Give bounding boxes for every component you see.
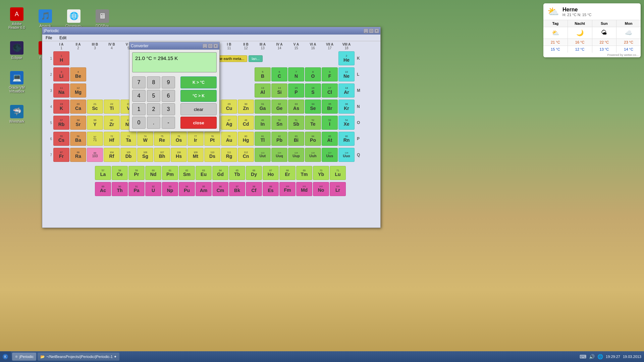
element-Uuh[interactable]: 116Uuh bbox=[305, 148, 321, 162]
taskbar-netbeans[interactable]: 📂 ~/NetBeansProjects/jPeriodic/jPeriodic… bbox=[38, 353, 119, 361]
element-F[interactable]: 9F bbox=[322, 67, 338, 81]
element-Ca[interactable]: 20Ca bbox=[70, 100, 86, 114]
element-Tl[interactable]: 81Tl bbox=[255, 132, 271, 146]
element-Ra[interactable]: 88Ra bbox=[70, 148, 86, 162]
element-Gd[interactable]: 64Gd bbox=[212, 166, 228, 180]
element-Yb[interactable]: 70Yb bbox=[313, 166, 329, 180]
element-Be[interactable]: 4Be bbox=[70, 67, 86, 81]
element-Na[interactable]: 11Na bbox=[53, 83, 69, 98]
element-N[interactable]: 7N bbox=[288, 67, 304, 81]
element-Fm[interactable]: 100Fm bbox=[279, 182, 296, 196]
element-Tb[interactable]: 65Tb bbox=[229, 166, 245, 180]
close-btn[interactable]: × bbox=[374, 28, 379, 33]
element-Uus[interactable]: 117Uus bbox=[322, 148, 338, 162]
taskbar-volume-icon[interactable]: 🔊 bbox=[589, 354, 595, 359]
element-Cu[interactable]: 29Cu bbox=[221, 100, 237, 114]
element-Os[interactable]: 76Os bbox=[171, 132, 187, 146]
element-Lu[interactable]: 71Lu bbox=[330, 166, 346, 180]
jperiodic-titlebar[interactable]: jPeriodic _ □ × bbox=[42, 27, 380, 35]
element-Eu[interactable]: 63Eu bbox=[196, 166, 212, 180]
maximize-btn[interactable]: □ bbox=[369, 28, 374, 33]
element-Sn[interactable]: 50Sn bbox=[271, 116, 287, 130]
btn-3[interactable]: 3 bbox=[162, 103, 175, 115]
element-W[interactable]: 74W bbox=[137, 132, 153, 146]
btn-1[interactable]: 1 bbox=[132, 103, 146, 115]
element-Ta[interactable]: 73Ta bbox=[120, 132, 137, 146]
element-Uuo[interactable]: 118Uuo bbox=[338, 148, 355, 162]
legend-lan[interactable]: lan... bbox=[249, 55, 263, 62]
element-H[interactable]: 1H bbox=[53, 51, 69, 65]
menu-file[interactable]: File bbox=[44, 35, 54, 41]
element-Mg[interactable]: 12Mg bbox=[70, 83, 86, 98]
element-No[interactable]: 102No bbox=[313, 182, 329, 196]
element-Hg[interactable]: 80Hg bbox=[238, 132, 254, 146]
element-Ir[interactable]: 77Ir bbox=[187, 132, 204, 146]
element-U[interactable]: 92U bbox=[145, 182, 161, 196]
element-Fr[interactable]: 87Fr bbox=[53, 148, 69, 162]
element-Ba[interactable]: 56Ba bbox=[70, 132, 86, 146]
element-Sg[interactable]: 106Sg bbox=[137, 148, 153, 162]
element-Sm[interactable]: 62Sm bbox=[179, 166, 195, 180]
btn-close[interactable]: close bbox=[180, 117, 217, 129]
element-Hf[interactable]: 72Hf bbox=[104, 132, 120, 146]
element-Uup[interactable]: 115Uup bbox=[288, 148, 304, 162]
btn-4[interactable]: 4 bbox=[132, 90, 146, 102]
element-Pm[interactable]: 61Pm bbox=[162, 166, 178, 180]
element-Au[interactable]: 79Au bbox=[221, 132, 237, 146]
element-Xe[interactable]: 54Xe bbox=[338, 116, 355, 130]
element-Cn[interactable]: 112Cn bbox=[238, 148, 254, 162]
conv-close-btn-x[interactable]: × bbox=[213, 44, 218, 48]
element-Y[interactable]: 39Y bbox=[87, 116, 103, 130]
conv-minimize-btn[interactable]: _ bbox=[203, 44, 207, 48]
btn-5[interactable]: 5 bbox=[147, 90, 160, 102]
icon-eclipse[interactable]: 🌑 Eclipse bbox=[3, 35, 30, 65]
element-Th[interactable]: 90Th bbox=[112, 182, 128, 196]
element-Hs[interactable]: 108Hs bbox=[171, 148, 187, 162]
element-Uuq[interactable]: 114Uuq bbox=[271, 148, 287, 162]
element-Zr[interactable]: 40Zr bbox=[104, 116, 120, 130]
element-Pu[interactable]: 94Pu bbox=[179, 182, 195, 196]
element-Bi[interactable]: 83Bi bbox=[288, 132, 304, 146]
element-Rb[interactable]: 37Rb bbox=[53, 116, 69, 130]
btn-k-to-c[interactable]: K > °C bbox=[180, 76, 217, 88]
element-Cl[interactable]: 17Cl bbox=[322, 83, 338, 98]
element-Kr[interactable]: 36Kr bbox=[338, 100, 355, 114]
element-Nd[interactable]: 60Nd bbox=[145, 166, 161, 180]
element-I[interactable]: 53I bbox=[322, 116, 338, 130]
element-Tm[interactable]: 69Tm bbox=[296, 166, 312, 180]
icon-oracle[interactable]: 💻 Oracle VMVirtualBox bbox=[3, 67, 30, 97]
element-Po[interactable]: 84Po bbox=[305, 132, 321, 146]
element-Ac[interactable]: 89Ac bbox=[95, 182, 111, 196]
btn-9[interactable]: 9 bbox=[162, 76, 175, 88]
minimize-btn[interactable]: _ bbox=[364, 28, 368, 33]
conv-maximize-btn[interactable]: □ bbox=[208, 44, 213, 48]
element-Pa[interactable]: 91Pa bbox=[128, 182, 145, 196]
element-Ag[interactable]: 47Ag bbox=[221, 116, 237, 130]
element-Cd[interactable]: 48Cd bbox=[238, 116, 254, 130]
element-Rn[interactable]: 86Rn bbox=[338, 132, 355, 146]
element-Si[interactable]: 14Si bbox=[271, 83, 287, 98]
element-Np[interactable]: 93Np bbox=[162, 182, 178, 196]
element-In[interactable]: 49In bbox=[255, 116, 271, 130]
element-Er[interactable]: 68Er bbox=[279, 166, 296, 180]
element-Ne[interactable]: 10Ne bbox=[338, 67, 355, 81]
element-Dy[interactable]: 66Dy bbox=[246, 166, 262, 180]
element-At[interactable]: 85At bbox=[322, 132, 338, 146]
btn-2[interactable]: 2 bbox=[147, 103, 160, 115]
element-Cf[interactable]: 98Cf bbox=[246, 182, 262, 196]
element-Uut[interactable]: 113Uut bbox=[255, 148, 271, 162]
element-Zn[interactable]: 30Zn bbox=[238, 100, 254, 114]
btn-c-to-k[interactable]: °C > K bbox=[180, 90, 217, 102]
icon-adobe[interactable]: A AdobeReader 6.0 bbox=[3, 3, 30, 34]
btn-7[interactable]: 7 bbox=[132, 76, 146, 88]
btn-dot[interactable]: . bbox=[147, 117, 160, 129]
element-Ga[interactable]: 31Ga bbox=[255, 100, 271, 114]
element-Ac-ref[interactable]: 89103 bbox=[87, 148, 103, 162]
element-O[interactable]: 8O bbox=[305, 67, 321, 81]
element-P[interactable]: 15P bbox=[288, 83, 304, 98]
btn-neg[interactable]: - bbox=[162, 117, 175, 129]
element-Bh[interactable]: 107Bh bbox=[154, 148, 170, 162]
element-La-ref[interactable]: 5771 bbox=[87, 132, 103, 146]
element-Ce[interactable]: 58Ce bbox=[112, 166, 128, 180]
btn-clear[interactable]: clear bbox=[180, 103, 217, 115]
